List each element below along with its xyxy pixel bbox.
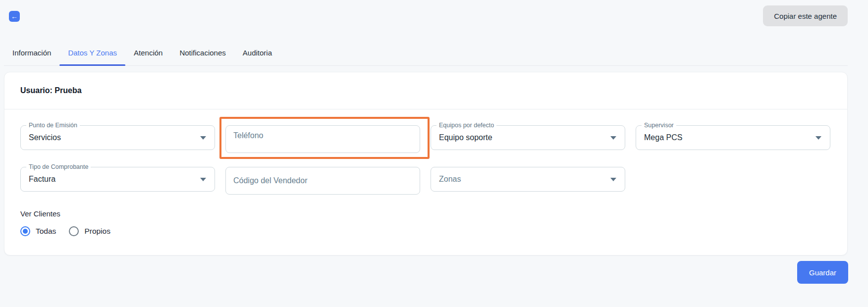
equipos-por-defecto-value: Equipo soporte bbox=[431, 133, 492, 142]
back-button[interactable]: ← bbox=[9, 11, 20, 22]
radio-todas[interactable]: Todas bbox=[20, 226, 56, 236]
user-title: Usuario: Prueba bbox=[20, 86, 82, 95]
arrow-left-icon: ← bbox=[11, 13, 18, 20]
form-grid: Punto de Emisión Servicios Equipos por d… bbox=[20, 125, 832, 195]
save-button[interactable]: Guardar bbox=[797, 261, 848, 284]
radio-button-icon bbox=[69, 226, 79, 236]
dropdown-arrow-icon bbox=[610, 136, 616, 140]
equipos-por-defecto-label: Equipos por defecto bbox=[436, 122, 496, 129]
punto-de-emision-select[interactable]: Punto de Emisión Servicios bbox=[20, 125, 215, 150]
dropdown-arrow-icon bbox=[200, 178, 206, 181]
radio-button-icon bbox=[20, 226, 30, 236]
telefono-input[interactable] bbox=[225, 125, 420, 153]
zonas-select[interactable]: Zonas bbox=[431, 167, 625, 192]
dropdown-arrow-icon bbox=[200, 136, 206, 140]
dropdown-arrow-icon bbox=[610, 178, 616, 181]
supervisor-select[interactable]: Supervisor Mega PCS bbox=[636, 125, 830, 150]
punto-de-emision-label: Punto de Emisión bbox=[26, 122, 80, 129]
ver-clientes-options: Todas Propios bbox=[20, 226, 832, 236]
equipos-por-defecto-select[interactable]: Equipos por defecto Equipo soporte bbox=[431, 125, 625, 150]
codigo-del-vendedor-cell bbox=[225, 167, 420, 195]
tab-datos-y-zonas[interactable]: Datos Y Zonas bbox=[59, 40, 125, 65]
codigo-del-vendedor-input[interactable] bbox=[225, 167, 420, 195]
tab-atencion[interactable]: Atención bbox=[125, 40, 171, 65]
punto-de-emision-value: Servicios bbox=[21, 133, 61, 142]
supervisor-value: Mega PCS bbox=[636, 133, 682, 142]
tipo-de-comprobante-label: Tipo de Comprobante bbox=[26, 163, 91, 170]
ver-clientes-group: Ver Clientes Todas Propios bbox=[20, 209, 832, 236]
telefono-cell bbox=[225, 125, 420, 153]
radio-propios[interactable]: Propios bbox=[69, 226, 110, 236]
tab-informacion[interactable]: Información bbox=[4, 40, 59, 65]
copy-agent-button[interactable]: Copiar este agente bbox=[763, 5, 848, 26]
tipo-de-comprobante-value: Factura bbox=[21, 175, 55, 184]
tab-bar: Información Datos Y Zonas Atención Notif… bbox=[4, 40, 848, 66]
radio-todas-label: Todas bbox=[36, 227, 56, 236]
tab-auditoria[interactable]: Auditoria bbox=[234, 40, 280, 65]
zonas-placeholder: Zonas bbox=[431, 175, 461, 184]
card-header: Usuario: Prueba bbox=[4, 72, 847, 109]
agent-form-card: Usuario: Prueba Punto de Emisión Servici… bbox=[4, 72, 848, 256]
tab-notificaciones[interactable]: Notificaciones bbox=[171, 40, 234, 65]
tipo-de-comprobante-select[interactable]: Tipo de Comprobante Factura bbox=[20, 167, 215, 192]
radio-propios-label: Propios bbox=[84, 227, 110, 236]
card-body: Punto de Emisión Servicios Equipos por d… bbox=[4, 109, 847, 236]
ver-clientes-label: Ver Clientes bbox=[20, 209, 832, 218]
supervisor-label: Supervisor bbox=[642, 122, 676, 129]
dropdown-arrow-icon bbox=[815, 136, 821, 140]
